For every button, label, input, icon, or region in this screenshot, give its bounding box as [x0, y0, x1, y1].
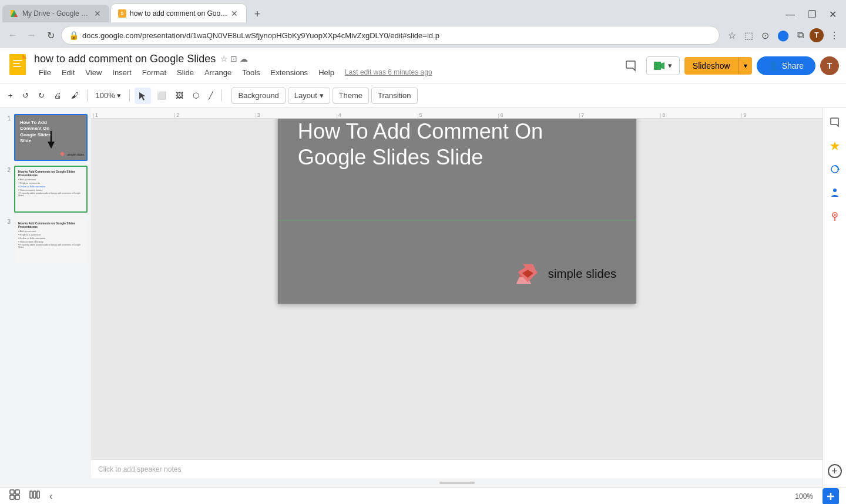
svg-marker-21 — [837, 168, 840, 170]
profile-avatar[interactable]: T — [810, 28, 824, 42]
menu-view[interactable]: View — [80, 66, 106, 79]
bottom-scroll-bar[interactable] — [91, 478, 822, 488]
main-content: 1 How To Add Comment On Google Slides Sl… — [0, 108, 846, 488]
ruler-mark-6: 6 — [498, 113, 579, 118]
thumb-slide-1: How To Add Comment On Google Slides Slid… — [14, 114, 88, 161]
zoom-label[interactable]: 100% — [795, 492, 813, 500]
drive-meet-btn[interactable]: ▾ — [646, 56, 680, 75]
status-bar: ‹ 100% — [0, 488, 846, 504]
sidebar-maps-icon[interactable] — [825, 207, 844, 226]
slideshow-dropdown-btn[interactable]: ▾ — [738, 58, 752, 74]
menu-format[interactable]: Format — [137, 66, 171, 79]
ruler-mark-3: 3 — [256, 113, 337, 118]
menu-insert[interactable]: Insert — [108, 66, 136, 79]
reload-button[interactable]: ↻ — [42, 27, 59, 43]
sidebar-sync-icon[interactable] — [825, 160, 844, 179]
address-bar[interactable]: 🔒 docs.google.com/presentation/d/1waQN0V… — [61, 26, 720, 45]
forward-button[interactable]: → — [24, 27, 40, 43]
cursor-btn[interactable] — [135, 88, 151, 104]
doc-title: how to add comment on Google Slides — [34, 53, 216, 65]
menu-icon[interactable]: ⋮ — [827, 28, 841, 43]
cloud-icon[interactable]: ☁ — [240, 54, 248, 63]
thumb-3-inner: How to Add Comments on Google Slides Pre… — [15, 219, 86, 263]
zoom-controls: 100% — [795, 492, 813, 500]
layout-btn[interactable]: Layout ▾ — [288, 88, 330, 104]
back-button[interactable]: ← — [5, 27, 21, 43]
svg-rect-5 — [13, 60, 22, 61]
thumb-2-line-5: • Frequently asked questions about how t… — [18, 192, 83, 197]
image-btn[interactable]: 🖼 — [172, 88, 187, 104]
menu-slide[interactable]: Slide — [172, 66, 199, 79]
menu-arrange[interactable]: Arrange — [200, 66, 236, 79]
notes-placeholder[interactable]: Click to add speaker notes — [98, 465, 181, 473]
menu-extensions[interactable]: Extensions — [266, 66, 313, 79]
thumb-2-inner: How to Add Comments on Google Slides Pre… — [15, 167, 86, 211]
ruler-mark-8: 8 — [660, 113, 741, 118]
thumb-1-inner: How To Add Comment On Google Slides Slid… — [15, 115, 86, 160]
status-add-btn[interactable] — [822, 488, 839, 505]
status-filmstrip-view[interactable] — [27, 488, 42, 504]
sidebar-people-icon[interactable] — [825, 183, 844, 202]
scroll-handle — [439, 482, 475, 484]
tab-drive[interactable]: My Drive - Google Drive ✕ — [2, 5, 109, 22]
menu-tools[interactable]: Tools — [237, 66, 264, 79]
tab-slides[interactable]: S how to add comment on Google ✕ — [110, 4, 247, 22]
svg-rect-28 — [15, 495, 19, 499]
text-box-btn[interactable]: ⬜ — [153, 88, 170, 104]
menu-edit[interactable]: Edit — [57, 66, 79, 79]
last-edit-text[interactable]: Last edit was 6 minutes ago — [345, 68, 432, 76]
menu-help[interactable]: Help — [314, 66, 339, 79]
paint-format-btn[interactable]: 🖌 — [68, 88, 82, 104]
thumbnail-2[interactable]: 2 How to Add Comments on Google Slides P… — [2, 164, 89, 214]
slide-canvas[interactable]: How To Add Comment On Google Slides Slid… — [277, 119, 636, 303]
star-icon[interactable]: ☆ — [220, 54, 228, 63]
svg-marker-19 — [830, 142, 840, 150]
tab-drive-label: My Drive - Google Drive — [22, 9, 93, 18]
transition-btn[interactable]: Transition — [371, 88, 418, 104]
sidebar-add-btn[interactable]: + — [828, 464, 842, 483]
arrow-annotation — [45, 131, 57, 151]
new-tab-button[interactable]: + — [249, 6, 266, 22]
tab-slides-close[interactable]: ✕ — [230, 8, 239, 19]
folder-icon[interactable]: ⊡ — [230, 54, 237, 63]
bookmark-icon[interactable]: ☆ — [726, 28, 738, 43]
cast-icon[interactable]: ⬚ — [742, 28, 756, 43]
slide-title-line1: How To Add Comment On — [297, 119, 542, 143]
theme-btn[interactable]: Theme — [333, 88, 369, 104]
user-avatar[interactable]: T — [820, 56, 839, 75]
tab-drive-close[interactable]: ✕ — [93, 8, 102, 19]
status-collapse-btn[interactable]: ‹ — [47, 490, 55, 503]
google-account-icon[interactable]: ⬤ — [775, 26, 791, 44]
maximize-button[interactable]: ❐ — [803, 6, 821, 22]
comment-icon-btn[interactable] — [620, 55, 642, 76]
sidebar-star-icon[interactable] — [825, 136, 844, 155]
add-slide-btn[interactable]: + — [5, 88, 16, 104]
line-btn[interactable]: ╱ — [205, 88, 217, 104]
history-icon[interactable]: ⊙ — [759, 28, 771, 43]
drive-favicon — [9, 9, 19, 18]
background-btn[interactable]: Background — [231, 88, 285, 104]
sidebar-comments-icon[interactable] — [825, 113, 844, 132]
address-bar-actions: ☆ ⬚ ⊙ ⬤ ⧉ T ⋮ — [726, 26, 841, 44]
slideshow-label: Slideshow — [684, 57, 738, 75]
zoom-btn[interactable]: 100% ▾ — [92, 88, 125, 104]
minimize-button[interactable]: — — [781, 7, 800, 22]
thumbnail-3[interactable]: 3 How to Add Comments on Google Slides P… — [2, 216, 89, 266]
thumb-3-line-4: • View content of history — [18, 240, 83, 243]
toolbar-right: Background Layout ▾ Theme Transition — [231, 88, 417, 104]
thumbnail-1[interactable]: 1 How To Add Comment On Google Slides Sl… — [2, 113, 89, 162]
share-button[interactable]: 👤 Share — [757, 56, 815, 75]
close-button[interactable]: ✕ — [824, 6, 841, 22]
redo-btn[interactable]: ↻ — [35, 88, 48, 104]
slideshow-button[interactable]: Slideshow ▾ — [684, 57, 752, 75]
doc-title-area: how to add comment on Google Slides ☆ ⊡ … — [34, 53, 432, 79]
shapes-btn[interactable]: ⬡ — [189, 88, 203, 104]
menu-file[interactable]: File — [34, 66, 56, 79]
divider-3 — [221, 90, 222, 102]
print-btn[interactable]: 🖨 — [51, 88, 65, 104]
thumb-2-line-3: • Delete or Edit comments — [18, 185, 83, 188]
thumb-1-num: 1 — [4, 114, 11, 122]
extensions-icon[interactable]: ⧉ — [795, 28, 806, 43]
status-grid-view[interactable] — [7, 488, 22, 504]
undo-btn[interactable]: ↺ — [19, 88, 32, 104]
